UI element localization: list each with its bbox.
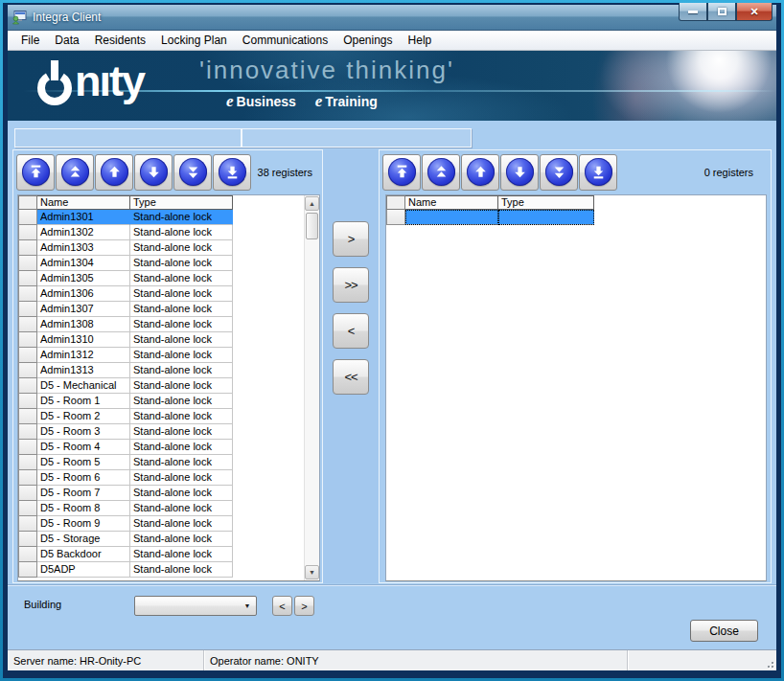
resize-grip[interactable] (763, 657, 774, 669)
table-row[interactable]: Admin1305Stand-alone lock (18, 271, 319, 286)
table-row[interactable]: Admin1307Stand-alone lock (18, 302, 319, 317)
menu-item-communications[interactable]: Communications (235, 32, 335, 49)
menu-item-file[interactable]: File (13, 32, 47, 49)
row-selector[interactable] (18, 240, 37, 256)
table-row[interactable]: D5 - Room 4Stand-alone lock (18, 440, 319, 455)
table-row[interactable]: D5 - MechanicalStand-alone lock (18, 378, 319, 394)
page-up-button[interactable] (56, 154, 94, 191)
minimize-button[interactable] (679, 3, 707, 21)
left-nav-toolbar: 38 registers (13, 150, 322, 193)
scrollbar-thumb[interactable] (306, 213, 318, 239)
move-last-button[interactable] (579, 154, 617, 191)
page-up-button[interactable] (422, 154, 460, 191)
table-row[interactable]: D5ADPStand-alone lock (18, 562, 319, 578)
table-row[interactable]: Admin1306Stand-alone lock (18, 286, 319, 302)
menu-item-help[interactable]: Help (401, 32, 440, 49)
table-row[interactable]: D5 - Room 6Stand-alone lock (18, 470, 319, 486)
menu-item-residents[interactable]: Residents (87, 32, 153, 49)
cell-type: Stand-alone lock (130, 562, 233, 578)
row-selector[interactable] (18, 486, 37, 501)
row-selector[interactable] (18, 394, 37, 409)
row-selector[interactable] (18, 501, 37, 516)
scroll-down-button[interactable]: ▼ (305, 565, 319, 579)
move-first-button[interactable] (16, 154, 55, 191)
table-row[interactable]: D5 - StorageStand-alone lock (18, 532, 319, 547)
row-selector[interactable] (18, 271, 37, 286)
row-selector-header[interactable] (386, 195, 405, 210)
cell-name: D5 - Mechanical (37, 378, 130, 394)
table-row[interactable]: Admin1312Stand-alone lock (18, 348, 319, 363)
row-selector[interactable] (18, 562, 37, 578)
row-selector[interactable] (18, 302, 37, 317)
row-selector-header[interactable] (18, 195, 37, 210)
column-header-type[interactable]: Type (498, 195, 594, 210)
table-row[interactable]: Admin1303Stand-alone lock (18, 240, 319, 256)
move-up-button[interactable] (461, 154, 499, 191)
table-row[interactable]: D5 - Room 7Stand-alone lock (18, 486, 319, 501)
row-selector[interactable] (18, 256, 37, 271)
table-row[interactable] (386, 210, 766, 225)
close-button[interactable]: Close (690, 620, 758, 642)
row-selector[interactable] (18, 286, 37, 302)
row-selector[interactable] (18, 225, 37, 240)
table-row[interactable]: Admin1308Stand-alone lock (18, 317, 319, 332)
table-row[interactable]: Admin1301Stand-alone lock (18, 210, 319, 225)
table-row[interactable]: D5 - Room 8Stand-alone lock (18, 501, 319, 516)
row-selector[interactable] (18, 470, 37, 486)
row-selector[interactable] (18, 378, 37, 394)
row-selector[interactable] (18, 363, 37, 378)
page-down-button[interactable] (540, 154, 578, 191)
table-row[interactable]: D5 - Room 3Stand-alone lock (18, 424, 319, 440)
row-selector[interactable] (18, 348, 37, 363)
column-header-name[interactable]: Name (405, 195, 498, 210)
scroll-up-button[interactable]: ▲ (305, 196, 319, 211)
page-down-button[interactable] (173, 154, 212, 191)
row-selector[interactable] (18, 516, 37, 532)
menu-item-openings[interactable]: Openings (335, 32, 400, 49)
cell-name: Admin1312 (37, 348, 130, 363)
move-selected-left-button[interactable]: < (333, 313, 369, 349)
column-header-name[interactable]: Name (37, 195, 130, 210)
row-selector[interactable] (18, 210, 37, 225)
move-down-button[interactable] (134, 154, 173, 191)
move-first-button[interactable] (382, 154, 421, 191)
row-selector[interactable] (386, 210, 405, 225)
status-operator-name: Operator name: ONITY (204, 650, 628, 670)
table-row[interactable]: Admin1304Stand-alone lock (18, 256, 319, 271)
table-row[interactable]: D5 - Room 1Stand-alone lock (18, 394, 319, 409)
menu-item-locking-plan[interactable]: Locking Plan (153, 32, 235, 49)
menu-item-data[interactable]: Data (47, 32, 86, 49)
row-selector[interactable] (18, 532, 37, 547)
cell-type: Stand-alone lock (130, 455, 233, 470)
table-row[interactable]: D5 BackdoorStand-alone lock (18, 547, 319, 562)
move-down-button[interactable] (500, 154, 539, 191)
row-selector[interactable] (18, 440, 37, 455)
row-selector[interactable] (18, 332, 37, 348)
move-last-button[interactable] (213, 154, 251, 191)
available-registers-table: NameTypeAdmin1301Stand-alone lockAdmin13… (17, 194, 320, 581)
table-row[interactable]: D5 - Room 9Stand-alone lock (18, 516, 319, 532)
close-window-button[interactable]: ✕ (736, 3, 772, 21)
move-selected-right-button[interactable]: > (333, 221, 369, 257)
table-row[interactable]: Admin1302Stand-alone lock (18, 225, 319, 240)
row-selector[interactable] (18, 409, 37, 424)
title-bar[interactable]: Integra Client ✕ (8, 5, 776, 31)
column-header-type[interactable]: Type (130, 195, 233, 210)
cell-name: Admin1310 (37, 332, 130, 348)
move-all-right-button[interactable]: >> (333, 267, 369, 303)
move-all-left-button[interactable]: << (333, 359, 369, 395)
previous-building-button[interactable]: < (272, 596, 292, 616)
table-row[interactable]: D5 - Room 2Stand-alone lock (18, 409, 319, 424)
maximize-button[interactable] (707, 3, 736, 21)
table-row[interactable]: D5 - Room 5Stand-alone lock (18, 455, 319, 470)
row-selector[interactable] (18, 424, 37, 440)
left-table-scrollbar[interactable]: ▲ ▼ (304, 195, 319, 580)
move-up-button[interactable] (95, 154, 133, 191)
building-dropdown[interactable]: ▼ (134, 596, 257, 616)
table-row[interactable]: Admin1313Stand-alone lock (18, 363, 319, 378)
row-selector[interactable] (18, 547, 37, 562)
table-row[interactable]: Admin1310Stand-alone lock (18, 332, 319, 348)
next-building-button[interactable]: > (294, 596, 314, 616)
row-selector[interactable] (18, 455, 37, 470)
row-selector[interactable] (18, 317, 37, 332)
